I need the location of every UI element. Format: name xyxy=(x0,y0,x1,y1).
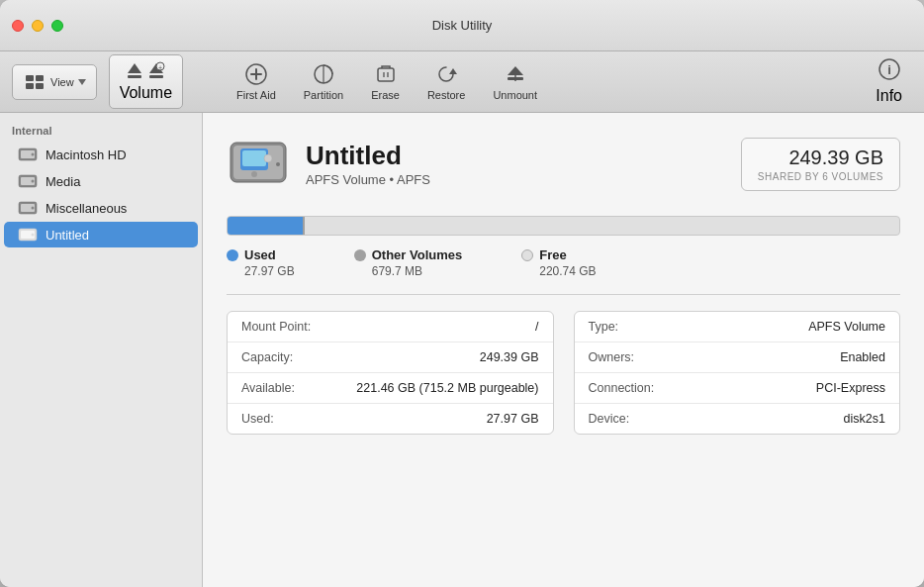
info-value-mount-point: / xyxy=(330,320,539,334)
sidebar-item-media[interactable]: Media xyxy=(4,168,198,194)
legend-header-other-volumes: Other Volumes xyxy=(354,247,463,262)
legend-value-free: 220.74 GB xyxy=(539,264,596,278)
volume-add-icon: + xyxy=(147,61,165,81)
svg-rect-1 xyxy=(36,75,44,81)
eject-icon xyxy=(126,61,143,81)
first-aid-button[interactable]: First Aid xyxy=(223,56,290,107)
sidebar-item-macintosh-hd[interactable]: Macintosh HD xyxy=(4,142,198,167)
minimize-button[interactable] xyxy=(32,20,44,32)
erase-label: Erase xyxy=(371,89,400,101)
view-button[interactable]: View xyxy=(12,64,97,100)
info-row-available: Available: 221.46 GB (715.2 MB purgeable… xyxy=(228,373,553,404)
partition-button[interactable]: Partition xyxy=(290,56,357,107)
info-icon: i xyxy=(878,58,900,84)
disk-icon-media xyxy=(18,173,38,189)
volume-icons: + xyxy=(126,61,165,81)
info-value-device: disk2s1 xyxy=(678,412,886,426)
svg-marker-16 xyxy=(449,68,457,74)
info-key-type: Type: xyxy=(589,320,678,334)
info-key-used: Used: xyxy=(241,412,330,426)
legend-title-used: Used xyxy=(244,247,276,262)
info-key-connection: Connection: xyxy=(589,381,678,395)
info-value-type: APFS Volume xyxy=(678,320,886,334)
progress-bar xyxy=(227,216,900,236)
info-value-available: 221.46 GB (715.2 MB purgeable) xyxy=(330,381,539,395)
info-key-capacity: Capacity: xyxy=(241,350,330,364)
disk-icon-miscellaneous xyxy=(18,200,38,216)
volume-info: Untitled APFS Volume • APFS xyxy=(306,142,741,187)
unmount-label: Unmount xyxy=(493,89,537,101)
unmount-icon xyxy=(504,62,527,86)
info-grid: Mount Point: / Capacity: 249.39 GB Avail… xyxy=(227,311,900,435)
svg-point-33 xyxy=(32,234,35,237)
svg-point-30 xyxy=(32,207,35,210)
legend-title-free: Free xyxy=(539,247,566,262)
svg-point-27 xyxy=(32,180,35,183)
sidebar-item-untitled[interactable]: Untitled xyxy=(4,222,198,247)
restore-icon xyxy=(434,62,458,86)
volume-icon-large xyxy=(227,133,290,196)
info-value-connection: PCI-Express xyxy=(678,381,886,395)
progress-used xyxy=(228,217,303,235)
volume-size-box: 249.39 GB SHARED BY 6 VOLUMES xyxy=(741,138,900,191)
info-label: Info xyxy=(876,87,902,105)
info-row-type: Type: APFS Volume xyxy=(575,312,900,342)
progress-section: Used 27.97 GB Other Volumes 679.7 MB xyxy=(227,216,900,278)
legend-item-used: Used 27.97 GB xyxy=(227,247,295,278)
legend-title-other-volumes: Other Volumes xyxy=(372,247,463,262)
volume-group[interactable]: + Volume xyxy=(109,54,183,109)
svg-point-39 xyxy=(264,154,272,162)
info-key-owners: Owners: xyxy=(589,350,678,364)
legend: Used 27.97 GB Other Volumes 679.7 MB xyxy=(227,247,900,278)
volume-subtitle: APFS Volume • APFS xyxy=(306,172,741,187)
view-label: View xyxy=(50,76,74,88)
first-aid-label: First Aid xyxy=(236,89,276,101)
info-key-available: Available: xyxy=(241,381,330,395)
unmount-button[interactable]: Unmount xyxy=(479,56,551,107)
partition-icon xyxy=(312,62,335,86)
disk-icon-macintosh-hd xyxy=(18,147,38,162)
sidebar: Internal Macintosh HD xyxy=(0,113,203,587)
info-row-capacity: Capacity: 249.39 GB xyxy=(228,342,553,373)
sidebar-item-miscellaneous[interactable]: Miscellaneous xyxy=(4,195,198,221)
toolbar: View + Volume xyxy=(0,51,924,113)
info-row-mount-point: Mount Point: / xyxy=(228,312,553,342)
restore-label: Restore xyxy=(427,89,466,101)
chevron-down-icon xyxy=(78,79,86,85)
legend-value-used: 27.97 GB xyxy=(244,264,295,278)
restore-button[interactable]: Restore xyxy=(414,56,480,107)
legend-header-used: Used xyxy=(227,247,276,262)
svg-rect-6 xyxy=(149,75,163,78)
app-window: Disk Utility View xyxy=(0,0,924,587)
svg-rect-3 xyxy=(36,83,44,89)
info-row-device: Device: disk2s1 xyxy=(575,404,900,434)
info-button[interactable]: i Info xyxy=(866,52,912,111)
legend-item-free: Free 220.74 GB xyxy=(521,247,596,278)
info-key-mount-point: Mount Point: xyxy=(241,320,330,334)
sidebar-item-media-label: Media xyxy=(46,174,80,189)
svg-rect-2 xyxy=(26,83,34,89)
erase-button[interactable]: Erase xyxy=(357,56,414,107)
legend-dot-free xyxy=(521,249,533,261)
detail-area: Untitled APFS Volume • APFS 249.39 GB SH… xyxy=(203,113,924,587)
svg-rect-0 xyxy=(26,75,34,81)
erase-icon xyxy=(374,62,398,86)
svg-marker-5 xyxy=(128,63,141,73)
info-value-used: 27.97 GB xyxy=(330,412,539,426)
svg-rect-13 xyxy=(378,68,394,81)
divider xyxy=(227,294,900,295)
close-button[interactable] xyxy=(12,20,24,32)
main-content: Internal Macintosh HD xyxy=(0,113,924,587)
svg-rect-37 xyxy=(242,150,266,166)
first-aid-icon xyxy=(244,62,268,86)
info-row-used: Used: 27.97 GB xyxy=(228,404,553,434)
info-col-right: Type: APFS Volume Owners: Enabled Connec… xyxy=(574,311,901,435)
info-value-owners: Enabled xyxy=(678,350,886,364)
traffic-lights xyxy=(12,20,63,32)
window-title: Disk Utility xyxy=(432,18,493,33)
maximize-button[interactable] xyxy=(51,20,63,32)
volume-header: Untitled APFS Volume • APFS 249.39 GB SH… xyxy=(227,133,900,196)
svg-marker-17 xyxy=(508,66,523,75)
volume-name: Untitled xyxy=(306,142,741,170)
legend-dot-other-volumes xyxy=(354,249,366,261)
